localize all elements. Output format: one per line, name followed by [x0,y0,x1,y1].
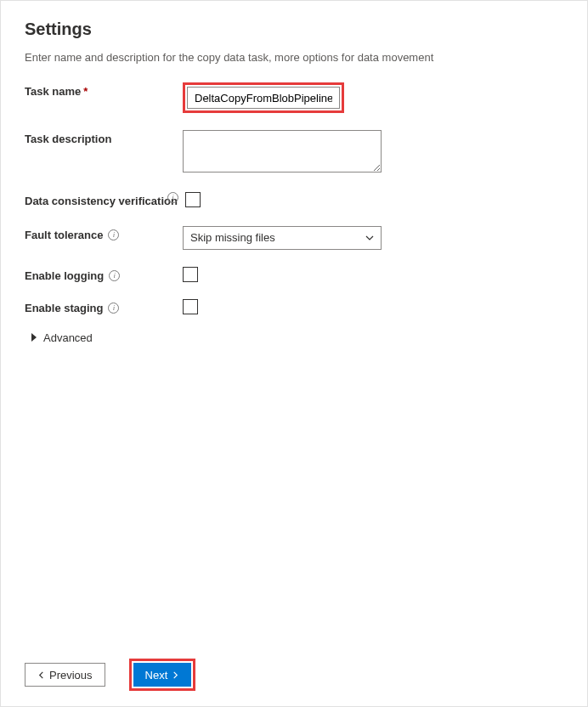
info-icon[interactable]: i [167,192,178,203]
task-name-highlight [183,82,344,113]
data-consistency-checkbox[interactable] [185,192,201,207]
enable-logging-checkbox[interactable] [183,267,198,282]
chevron-right-icon [31,333,37,342]
page-subtitle: Enter name and description for the copy … [25,51,563,64]
info-icon[interactable]: i [108,229,119,240]
fault-tolerance-select[interactable]: Skip missing files [183,226,382,250]
required-indicator: * [83,85,88,98]
advanced-label: Advanced [43,331,93,344]
enable-logging-label: Enable logging [25,269,104,282]
info-icon[interactable]: i [109,270,120,281]
previous-button[interactable]: Previous [25,663,105,687]
previous-button-label: Previous [49,669,93,682]
task-name-input[interactable] [187,87,340,109]
task-description-label: Task description [25,133,111,145]
next-button[interactable]: Next [133,663,192,687]
enable-staging-label: Enable staging [25,302,103,314]
info-icon[interactable]: i [108,303,119,314]
chevron-left-icon [37,671,45,679]
advanced-toggle[interactable]: Advanced [31,331,563,344]
page-title: Settings [25,20,563,39]
enable-staging-checkbox[interactable] [183,299,198,314]
task-name-label: Task name [25,85,81,98]
task-description-input[interactable] [183,130,382,173]
next-button-highlight: Next [129,659,196,691]
fault-tolerance-value: Skip missing files [190,231,275,244]
data-consistency-label: Data consistency verification [25,195,178,209]
next-button-label: Next [145,669,168,682]
chevron-down-icon [365,234,374,242]
chevron-right-icon [172,671,179,679]
fault-tolerance-label: Fault tolerance [25,229,103,241]
